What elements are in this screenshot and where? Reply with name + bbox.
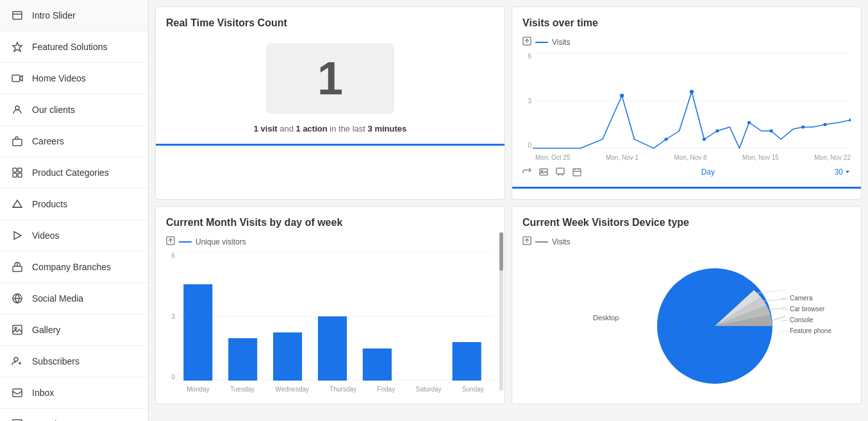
share-icon[interactable] xyxy=(522,168,531,176)
svg-rect-63 xyxy=(453,342,481,381)
sidebar-item-label: Careers xyxy=(32,136,64,146)
blue-divider xyxy=(156,144,505,146)
svg-rect-48 xyxy=(573,169,581,176)
bar-x-mon: Monday xyxy=(187,386,210,393)
svg-point-19 xyxy=(14,357,18,361)
sidebar-item-intro-slider[interactable]: Intro Slider xyxy=(0,0,148,31)
car-browser-label: Car browser xyxy=(790,305,824,313)
sidebar-item-label: Subscribers xyxy=(32,356,79,366)
sidebar-item-gallery[interactable]: Gallery xyxy=(0,314,148,346)
sidebar-item-inbox[interactable]: Inbox xyxy=(0,377,148,409)
day-selector[interactable]: Day xyxy=(701,168,715,176)
main-content: Real Time Visitors Count 1 1 visit and 1… xyxy=(149,0,868,421)
monthly-legend-label: Unique visitors xyxy=(196,237,246,246)
bar-x-labels: Monday Tuesday Wednesday Thursday Friday… xyxy=(176,386,494,393)
scrollbar-track[interactable] xyxy=(499,232,503,391)
visits-over-time-title: Visits over time xyxy=(522,17,851,29)
svg-marker-52 xyxy=(846,171,849,173)
sidebar-item-social-media[interactable]: Social Media xyxy=(0,283,148,314)
visits-x-labels: Mon, Oct 25 Mon, Nov 1 Mon, Nov 8 Mon, N… xyxy=(535,154,851,161)
sidebar-item-our-clients[interactable]: Our clients xyxy=(0,94,148,126)
home-videos-icon xyxy=(10,71,24,85)
count-selector[interactable]: 30 xyxy=(835,168,851,176)
sidebar-item-subscribers[interactable]: Subscribers xyxy=(0,346,148,377)
export-icon[interactable] xyxy=(522,37,531,47)
svg-rect-61 xyxy=(318,316,347,381)
image-icon[interactable] xyxy=(539,168,548,176)
sidebar-item-product-categories[interactable]: Product Categories xyxy=(0,157,148,189)
visit-and: and xyxy=(280,124,296,133)
sidebar-item-company-branches[interactable]: Company Branches xyxy=(0,252,148,283)
camera-label: Camera xyxy=(790,295,813,302)
svg-point-38 xyxy=(703,138,706,141)
our-clients-icon xyxy=(10,103,24,117)
calendar-icon[interactable] xyxy=(572,168,581,176)
bar-x-fri: Friday xyxy=(377,386,395,393)
svg-point-37 xyxy=(664,138,667,141)
scrollbar-thumb[interactable] xyxy=(499,232,503,271)
visits-legend: Visits xyxy=(522,37,851,47)
careers-icon xyxy=(10,134,24,148)
y-label-0: 0 xyxy=(522,142,531,149)
export-icon-device[interactable] xyxy=(522,236,531,247)
sidebar-item-products[interactable]: Products xyxy=(0,189,148,220)
svg-point-39 xyxy=(715,130,719,133)
bar-x-wed: Wednesday xyxy=(275,386,309,393)
x-label-nov8: Mon, Nov 8 xyxy=(674,154,707,161)
y-label-3: 3 xyxy=(522,98,531,105)
x-label-oct25: Mon, Oct 25 xyxy=(535,154,570,161)
sidebar: Intro Slider Featured Solutions Home Vid… xyxy=(0,0,149,421)
device-type-title: Current Week Visitors Device type xyxy=(522,217,851,228)
svg-marker-12 xyxy=(14,232,21,239)
svg-point-42 xyxy=(801,126,805,129)
sidebar-item-label: Social Media xyxy=(32,293,83,304)
svg-marker-2 xyxy=(13,42,22,51)
gallery-icon xyxy=(10,323,24,337)
export-icon-monthly[interactable] xyxy=(166,236,175,247)
visits-line-chart xyxy=(533,53,851,149)
device-legend-label: Visits xyxy=(552,237,570,246)
time-period: 3 minutes xyxy=(368,124,407,133)
visits-over-time-card: Visits over time Visits 0 3 6 xyxy=(512,6,862,200)
chart-toolbar: Day 30 xyxy=(522,168,851,176)
visits-legend-line xyxy=(535,42,548,43)
svg-rect-6 xyxy=(13,139,22,146)
x-label-nov15: Mon, Nov 15 xyxy=(742,154,779,161)
bar-y-6: 6 xyxy=(166,252,175,259)
visits-chart-container: Visits 0 3 6 xyxy=(522,37,851,176)
bar-x-thu: Thursday xyxy=(330,386,356,393)
bar-x-sat: Saturday xyxy=(415,386,441,393)
sidebar-item-home-videos[interactable]: Home Videos xyxy=(0,63,148,94)
videos-icon xyxy=(10,228,24,243)
sidebar-item-label: Gallery xyxy=(32,325,60,335)
visits-legend-label: Visits xyxy=(552,38,570,47)
products-icon xyxy=(10,197,24,211)
intro-slider-icon xyxy=(10,8,24,22)
company-branches-icon xyxy=(10,260,24,274)
device-legend-line xyxy=(535,241,548,243)
sidebar-item-videos[interactable]: Videos xyxy=(0,220,148,252)
svg-point-43 xyxy=(823,123,826,126)
svg-rect-17 xyxy=(13,325,22,334)
sidebar-item-label: Home Videos xyxy=(32,73,86,83)
comment-icon[interactable] xyxy=(556,168,565,176)
svg-point-41 xyxy=(769,130,772,133)
console-label: Console xyxy=(790,316,814,323)
svg-rect-62 xyxy=(363,348,392,381)
svg-rect-0 xyxy=(13,12,22,19)
pie-container: Desktop xyxy=(522,252,851,393)
svg-point-40 xyxy=(747,121,751,125)
y-label-6: 6 xyxy=(522,53,531,60)
svg-rect-7 xyxy=(13,168,17,172)
sidebar-item-newsletter[interactable]: Newsletter xyxy=(0,409,148,421)
device-type-card: Current Week Visitors Device type Visits… xyxy=(512,206,862,404)
sidebar-item-careers[interactable]: Careers xyxy=(0,126,148,157)
monthly-legend: Unique visitors xyxy=(166,236,494,247)
sidebar-item-label: Inbox xyxy=(32,388,54,398)
svg-rect-13 xyxy=(13,266,22,271)
svg-rect-10 xyxy=(18,173,22,177)
feature-phone-label: Feature phone xyxy=(790,327,831,334)
svg-rect-3 xyxy=(12,75,20,82)
sidebar-item-featured-solutions[interactable]: Featured Solutions xyxy=(0,31,148,63)
svg-rect-60 xyxy=(273,332,302,381)
